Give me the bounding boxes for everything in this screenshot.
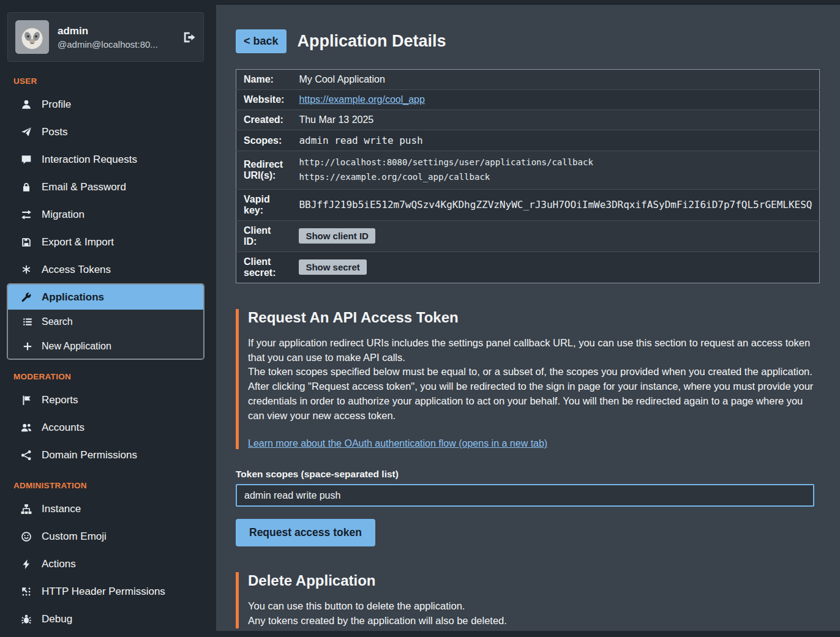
oauth-docs-link[interactable]: Learn more about the OAuth authenticatio…	[248, 438, 547, 449]
sidebar-item-http-header-permissions[interactable]: HTTP Header Permissions	[0, 578, 211, 605]
show-client-id-button[interactable]: Show client ID	[299, 228, 375, 244]
table-row-vapid-key: Vapid key: BBJffJ219b5iE512m7wQSzv4KgKDh…	[236, 189, 820, 220]
token-scopes-input[interactable]	[236, 484, 814, 507]
detail-label: Name:	[236, 70, 292, 90]
detail-value: BBJffJ219b5iE512m7wQSzv4KgKDhgZZVzNyWC_r…	[291, 189, 820, 220]
sidebar-item-label: Reports	[42, 394, 78, 406]
detail-value: Show secret	[291, 251, 820, 283]
sidebar-item-instance[interactable]: Instance	[0, 495, 211, 523]
sidebar-item-domain-permissions[interactable]: Domain Permissions	[0, 441, 211, 469]
delete-heading: Delete Application	[248, 572, 814, 589]
sidebar-item-applications[interactable]: Applications	[8, 285, 203, 310]
plus-icon	[22, 341, 33, 352]
application-details-table: Name: My Cool Application Website: https…	[236, 69, 820, 283]
show-secret-button[interactable]: Show secret	[299, 259, 366, 275]
sidebar-item-label: Interaction Requests	[42, 154, 137, 166]
request-access-token-button[interactable]: Request access token	[236, 519, 375, 546]
redirect-uri-2: https://example.org/cool_app/callback	[299, 170, 812, 185]
user-info: admin @admin@localhost:80...	[58, 25, 174, 50]
section-title-administration: ADMINISTRATION	[0, 469, 211, 495]
website-link[interactable]: https://example.org/cool_app	[299, 94, 424, 105]
list-icon	[22, 316, 33, 327]
page-title: Application Details	[298, 32, 446, 51]
smiley-icon	[21, 531, 32, 542]
token-paragraph-3: After clicking "Request access token", y…	[248, 379, 814, 423]
logout-icon[interactable]	[182, 31, 196, 44]
request-token-section: Request An API Access Token If your appl…	[236, 309, 814, 450]
user-card[interactable]: admin @admin@localhost:80...	[7, 12, 204, 62]
sidebar-item-label: HTTP Header Permissions	[42, 586, 165, 598]
detail-value: Show client ID	[291, 220, 820, 251]
detail-label: Vapid key:	[236, 189, 292, 220]
table-row-scopes: Scopes: admin read write push	[236, 130, 820, 151]
detail-label: Client ID:	[236, 220, 292, 251]
sidebar-item-access-tokens[interactable]: Access Tokens	[0, 256, 211, 283]
sidebar-item-label: Accounts	[42, 422, 84, 434]
sidebar-item-export-import[interactable]: Export & Import	[0, 228, 211, 256]
users-icon	[21, 422, 32, 433]
sidebar-item-label: Debug	[42, 613, 72, 625]
bolt-icon	[21, 559, 32, 570]
token-scopes-label: Token scopes (space-separated list)	[236, 469, 814, 480]
sidebar-item-debug[interactable]: Debug	[0, 605, 211, 633]
sitemap-icon	[21, 504, 32, 515]
table-row-website: Website: https://example.org/cool_app	[236, 90, 820, 110]
detail-label: Website:	[236, 90, 292, 110]
title-row: < back Application Details	[236, 29, 814, 53]
detail-label: Redirect URI(s):	[236, 151, 292, 190]
detail-value: https://example.org/cool_app	[291, 90, 820, 110]
delete-paragraph-1: You can use this button to delete the ap…	[248, 599, 814, 614]
sidebar-item-reports[interactable]: Reports	[0, 386, 211, 414]
table-row-redirect-uris: Redirect URI(s): http://localhost:8080/s…	[236, 151, 820, 190]
sidebar-item-email-password[interactable]: Email & Password	[0, 173, 211, 201]
request-token-heading: Request An API Access Token	[248, 309, 814, 326]
sidebar-item-custom-emoji[interactable]: Custom Emoji	[0, 523, 211, 550]
redirect-uri-1: http://localhost:8080/settings/user/appl…	[299, 155, 812, 170]
section-title-moderation: MODERATION	[0, 360, 211, 386]
sidebar-item-label: Access Tokens	[42, 264, 111, 276]
avatar	[15, 20, 49, 54]
sidebar-item-label: Actions	[42, 558, 76, 570]
bug-icon	[21, 614, 32, 625]
transfer-arrows-icon	[21, 209, 32, 220]
arrow-up-right-dots-icon	[21, 586, 32, 597]
sidebar-item-posts[interactable]: Posts	[0, 118, 211, 146]
sidebar-item-label: Custom Emoji	[42, 531, 107, 543]
detail-label: Created:	[236, 110, 292, 130]
sidebar-item-label: Email & Password	[42, 181, 126, 193]
sidebar-item-label: Applications	[42, 291, 104, 304]
delete-paragraph-2: Any tokens created by the application wi…	[248, 614, 814, 628]
sidebar: admin @admin@localhost:80... USER Profil…	[0, 0, 211, 637]
sidebar-item-interaction-requests[interactable]: Interaction Requests	[0, 146, 211, 173]
share-nodes-icon	[21, 450, 32, 461]
sidebar-item-label: Posts	[42, 126, 68, 138]
sidebar-item-actions[interactable]: Actions	[0, 550, 211, 578]
sidebar-group-applications: Applications Search New Application	[7, 283, 204, 360]
sidebar-item-label: Search	[42, 316, 73, 327]
sidebar-item-migration[interactable]: Migration	[0, 201, 211, 228]
sidebar-item-label: New Application	[42, 341, 111, 352]
lock-icon	[21, 182, 32, 193]
detail-value: admin read write push	[291, 130, 820, 151]
table-row-created: Created: Thu Mar 13 2025	[236, 110, 820, 130]
detail-value: Thu Mar 13 2025	[291, 110, 820, 130]
user-handle: @admin@localhost:80...	[58, 39, 174, 50]
sidebar-item-label: Export & Import	[42, 236, 114, 248]
detail-label: Client secret:	[236, 251, 292, 283]
user-name: admin	[58, 25, 174, 37]
sidebar-item-applications-search[interactable]: Search	[8, 310, 203, 334]
sidebar-item-profile[interactable]: Profile	[0, 91, 211, 118]
flag-icon	[21, 395, 32, 406]
detail-value: My Cool Application	[291, 70, 820, 90]
sidebar-item-new-application[interactable]: New Application	[8, 334, 203, 359]
user-icon	[21, 99, 32, 110]
table-row-client-secret: Client secret: Show secret	[236, 251, 820, 283]
table-row-client-id: Client ID: Show client ID	[236, 220, 820, 251]
token-paragraph-1: If your application redirect URIs includ…	[248, 336, 814, 365]
detail-label: Scopes:	[236, 130, 292, 151]
sidebar-item-accounts[interactable]: Accounts	[0, 414, 211, 441]
back-button[interactable]: < back	[236, 29, 287, 53]
paper-plane-icon	[21, 127, 32, 138]
sidebar-item-label: Instance	[42, 503, 81, 515]
wrench-icon	[21, 292, 32, 303]
